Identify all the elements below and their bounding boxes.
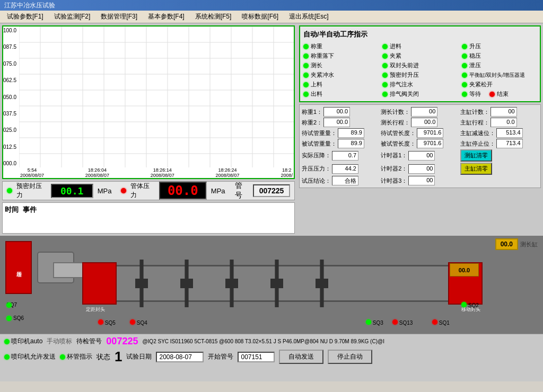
test-date-label: 试验日期 bbox=[126, 352, 152, 361]
auto-panel: 自动/半自动工序指示 称重 进料 升压 bbox=[299, 25, 541, 102]
cejianqinglin-button[interactable]: 测缸清零 bbox=[460, 149, 492, 162]
y-label-1: 087.5 bbox=[3, 44, 19, 50]
daichongchangdu-value: 9701.6 bbox=[417, 128, 443, 138]
chengzhong1-label: 称重1： bbox=[302, 108, 322, 116]
chengzhong1-value: 00.0 bbox=[323, 107, 350, 117]
menu-item-1[interactable]: 试验监测[F2] bbox=[49, 11, 95, 23]
led-paiqizhu bbox=[382, 82, 388, 87]
chart-y-labels: 100.0 087.5 075.0 062.5 050.0 037.5 025.… bbox=[3, 26, 19, 167]
shengya-label: 升压压力： bbox=[302, 165, 331, 173]
cejiangshu-label: 测长计数： bbox=[381, 108, 410, 116]
data-row-shiyajielun: 试压结论： 合格 bbox=[302, 176, 380, 185]
led-xieya bbox=[462, 63, 467, 68]
menu-item-0[interactable]: 试验参数[F1] bbox=[2, 11, 48, 23]
led-jiajin bbox=[382, 54, 388, 59]
menu-bar: 试验参数[F1] 试验监测[F2] 数据管理[F3] 基本参数[F4] 系统检测… bbox=[0, 11, 543, 23]
data-row-jishiqi3: 计时器3： 00 bbox=[381, 176, 459, 185]
sq6-led bbox=[6, 316, 12, 321]
sq1-led bbox=[432, 319, 437, 325]
data-row-beichongchangdu: 被试管长度： 9701.6 bbox=[381, 139, 459, 148]
title-bar: 江苏中冶水压试验 bbox=[0, 0, 543, 11]
manual-spray-label: 手动喷标 bbox=[47, 337, 72, 346]
status-jiajin-chongshui: 夹紧冲水 bbox=[303, 71, 378, 79]
shiyajielun-label: 试压结论： bbox=[302, 177, 331, 185]
cechanggang-area: 00.0 测长缸 bbox=[495, 238, 538, 250]
bottom-row2: 喷印机允许发送 杯管指示 状态 1 试验日期 开始管号 自动发送 停止自动 bbox=[4, 349, 539, 365]
x-label-4: 18:22008/ bbox=[281, 167, 293, 178]
label-cechang: 测长 bbox=[311, 61, 322, 69]
empty-cell bbox=[460, 176, 538, 185]
test-date-input[interactable] bbox=[156, 352, 204, 362]
daichong-label: 待试管重量： bbox=[302, 129, 337, 137]
label-wenya: 稳压 bbox=[469, 52, 481, 60]
menu-item-4[interactable]: 系统检测[F5] bbox=[190, 11, 237, 23]
pipe-num-label-bottom: 待检管号 bbox=[76, 337, 102, 346]
shijijiangya-value: 0.7 bbox=[332, 151, 358, 161]
status-shangliao: 上料 bbox=[303, 81, 378, 88]
pipe-pressure-led bbox=[121, 188, 126, 193]
label-shengya: 升压 bbox=[469, 42, 481, 50]
sq3-led bbox=[366, 319, 371, 325]
equipment-area: 增压器 定距封头 移动封头 00.0 00.0 测长缸 bbox=[0, 236, 543, 334]
data-row-jishiqi2: 计时器2： 00 bbox=[381, 163, 459, 175]
zhuyujishu-value: 00 bbox=[491, 107, 517, 117]
data-row-cejiangshu: 测长计数： 00 bbox=[381, 107, 459, 117]
printer-allow: 喷印机允许发送 bbox=[4, 352, 56, 361]
led-jiajin-songkai bbox=[462, 82, 467, 87]
auto-send-button[interactable]: 自动发送 bbox=[279, 350, 323, 364]
manual-spray: 手动喷标 bbox=[47, 337, 72, 346]
jishiqi1-value: 00 bbox=[408, 151, 435, 161]
dingwifengtou-label: 定距封头 bbox=[86, 306, 105, 313]
sq4-led bbox=[130, 319, 135, 325]
status-chengzhong-luoxia: 称重落下 bbox=[303, 52, 378, 60]
printer-auto-led bbox=[4, 339, 10, 344]
sq1-area: SQ1 bbox=[432, 319, 450, 326]
sq5-led bbox=[98, 319, 103, 325]
status-yumifeng: 预密封升压 bbox=[382, 71, 457, 79]
bottom-row1: 喷印机auto 手动喷标 待检管号 007225 @IQ2 SYC IS0119… bbox=[4, 336, 539, 347]
start-pipe-label: 开始管号 bbox=[208, 352, 233, 361]
label-xieya: 泄压 bbox=[469, 61, 481, 69]
data-row-zhuyujishu: 主缸计数： 00 bbox=[460, 107, 538, 117]
menu-item-2[interactable]: 数据管理[F3] bbox=[96, 11, 142, 23]
x-label-0: 5:542008/08/07 bbox=[20, 167, 44, 178]
sq6-label: SQ6 bbox=[13, 315, 24, 321]
status-cechang: 测长 bbox=[303, 61, 378, 69]
y-label-7: 012.5 bbox=[3, 144, 19, 150]
led-jiajin-chongshui bbox=[303, 73, 309, 78]
label-shangliao: 上料 bbox=[311, 81, 322, 88]
y-label-2: 075.0 bbox=[3, 61, 19, 67]
shijijiangya-label: 实际压降： bbox=[302, 152, 331, 159]
printer-allow-label: 喷印机允许发送 bbox=[11, 352, 56, 361]
sq7-led bbox=[6, 302, 12, 308]
data-row-cejianqinglin[interactable]: 测缸清零 bbox=[460, 149, 538, 162]
menu-item-6[interactable]: 退出系统[Esc] bbox=[284, 11, 334, 23]
daichongchangdu-label: 待试管长度： bbox=[381, 129, 416, 137]
led-jinliao bbox=[382, 44, 388, 49]
stop-auto-button[interactable]: 停止自动 bbox=[328, 350, 372, 364]
sq13-area: SQ13 bbox=[392, 319, 413, 326]
sq13-led bbox=[392, 319, 398, 325]
y-label-5: 037.5 bbox=[3, 111, 19, 117]
status-xieya: 泄压 bbox=[462, 61, 537, 69]
left-red-end: 定距封头 bbox=[82, 262, 117, 305]
status-chengzhong: 称重 bbox=[303, 42, 378, 50]
zhuyujiansuweizhui-label: 主缸减速位： bbox=[460, 129, 495, 137]
zhuyuqinglin-button[interactable]: 主缸清零 bbox=[460, 163, 492, 175]
event-panel: 时间 事件 bbox=[2, 202, 295, 234]
led-paiqifaguan bbox=[382, 92, 388, 97]
beichong-label: 被试管重量： bbox=[302, 140, 337, 148]
led-dengdai bbox=[462, 92, 467, 97]
label-yumifeng: 预密封升压 bbox=[390, 71, 419, 79]
data-row-zhuyuqinglin[interactable]: 主缸清零 bbox=[460, 163, 538, 175]
start-pipe-input[interactable] bbox=[238, 352, 275, 362]
status-label: 状态 bbox=[97, 352, 110, 362]
x-label-2: 18:26:142008/08/07 bbox=[151, 167, 174, 178]
menu-item-5[interactable]: 喷标数据[F6] bbox=[237, 11, 283, 23]
status-grid: 称重 进料 升压 称重落下 bbox=[303, 42, 537, 98]
cechanggang-label: 测长缸 bbox=[520, 240, 538, 248]
status-jinliao: 进料 bbox=[382, 42, 457, 50]
status-pingheng: 平衡缸/双封头/增压器退 bbox=[462, 71, 537, 79]
printer-auto-label: 喷印机auto bbox=[11, 337, 42, 346]
menu-item-3[interactable]: 基本参数[F4] bbox=[143, 11, 189, 23]
